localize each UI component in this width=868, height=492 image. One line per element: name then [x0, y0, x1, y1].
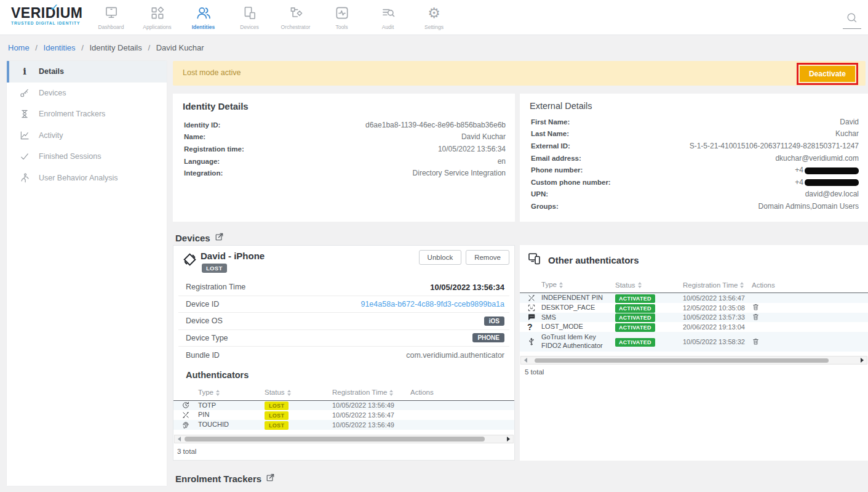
field-external-id: External ID: S-1-5-21-410015106-20637112… — [520, 140, 868, 152]
breadcrumb-home[interactable]: Home — [8, 43, 30, 52]
column-header-status[interactable]: Status — [265, 389, 332, 396]
device-field-device-id: Device ID 91e4a58a-b672-4c88-9fd3-cceb98… — [178, 296, 509, 313]
panel-title: Identity Details — [173, 94, 515, 111]
other-authenticators-card: Other authenticators Type Status Registr… — [520, 245, 868, 461]
table-row-sms: SMS ACTIVATED 10/05/2022 13:57:33 — [520, 313, 868, 323]
walking-person-icon — [18, 172, 31, 184]
logo-tagline: TRUSTED DIGITAL IDENTITY — [11, 21, 85, 25]
breadcrumb-separator: / — [35, 43, 38, 52]
sms-bubble-icon — [520, 313, 541, 321]
status-badge: ACTIVATED — [615, 313, 655, 322]
scrollbar-thumb[interactable] — [185, 437, 485, 442]
table-row-totp: TOTP LOST 10/05/2022 13:56:49 — [173, 401, 514, 411]
field-upn: UPN: david@dev.local — [520, 188, 868, 201]
scroll-left-arrow[interactable] — [178, 437, 181, 442]
remove-button[interactable]: Remove — [466, 250, 509, 265]
nav-item-applications[interactable]: Applications — [134, 4, 180, 30]
nav-item-identities[interactable]: Identities — [180, 4, 226, 30]
banner-message: Lost mode active — [183, 68, 241, 77]
totp-icon — [173, 401, 198, 409]
nav-item-tools[interactable]: Tools — [319, 4, 365, 30]
global-search[interactable] — [841, 11, 863, 29]
column-header-registration-time[interactable]: Registration Time — [332, 389, 410, 396]
sidebar-item-label: Details — [39, 67, 64, 76]
field-identity-id: Identity ID: d6ae1ba8-1139-46ec-8e96-b85… — [173, 119, 515, 131]
unblock-button[interactable]: Unblock — [419, 250, 462, 265]
breadcrumb-user-name: David Kuchar — [156, 43, 204, 52]
device-status-badge: LOST — [202, 264, 227, 273]
nav-item-orchestrator[interactable]: Orchestrator — [273, 4, 319, 30]
status-badge: LOST — [265, 401, 289, 410]
delete-icon[interactable] — [752, 313, 760, 322]
device-card: David - iPhone LOST Unblock Remove Regis… — [173, 245, 515, 461]
veridium-logo[interactable]: VERIDIUM ✓ TRUSTED DIGITAL IDENTITY — [11, 6, 85, 25]
breadcrumb-identity-details: Identity Details — [89, 43, 141, 52]
sidebar-item-details[interactable]: i Details — [7, 61, 167, 83]
veridium-device-icon — [181, 251, 198, 270]
sort-icon — [287, 390, 291, 396]
breadcrumb: Home / Identities / Identity Details / D… — [8, 43, 208, 52]
identity-details-panel: Identity Details Identity ID: d6ae1ba8-1… — [173, 94, 515, 222]
sidebar-item-label: Enrolment Trackers — [39, 110, 105, 118]
sidebar-item-label: Devices — [39, 89, 66, 97]
redacted-value — [805, 167, 859, 174]
top-navbar: VERIDIUM ✓ TRUSTED DIGITAL IDENTITY Dash… — [0, 0, 868, 35]
dashboard-icon — [103, 4, 119, 22]
scroll-right-arrow[interactable] — [861, 358, 864, 363]
devices-icon — [242, 4, 258, 22]
device-type-badge: PHONE — [472, 333, 504, 342]
table-row-independent-pin: INDEPENDENT PIN ACTIVATED 10/05/2022 13:… — [520, 293, 868, 303]
sort-icon — [389, 390, 393, 396]
nav-item-settings[interactable]: ⚙ Settings — [411, 4, 457, 30]
delete-icon[interactable] — [752, 303, 760, 312]
column-header-type[interactable]: Type — [541, 280, 615, 289]
sidebar-item-user-behavior-analysis[interactable]: User Behavior Analysis — [7, 167, 167, 189]
scroll-left-arrow[interactable] — [524, 358, 527, 363]
orchestrator-icon — [288, 4, 304, 22]
nav-item-audit[interactable]: Audit — [365, 4, 411, 30]
activity-chart-icon — [18, 129, 31, 142]
sidebar-item-finished-sessions[interactable]: Finished Sessions — [7, 146, 167, 167]
sidebar-item-devices[interactable]: Devices — [7, 83, 167, 104]
device-field-registration-time: Registration Time 10/05/2022 13:56:34 — [178, 279, 509, 296]
logo-wordmark: VERIDIUM — [11, 6, 85, 20]
applications-icon — [149, 4, 165, 22]
info-icon: i — [18, 65, 31, 78]
nav-item-devices[interactable]: Devices — [226, 4, 273, 30]
device-os-badge: iOS — [484, 317, 504, 326]
field-language: Language: en — [173, 155, 515, 167]
scrollbar-thumb[interactable] — [535, 358, 829, 363]
column-header-type[interactable]: Type — [198, 388, 265, 397]
status-badge: ACTIVATED — [615, 338, 655, 347]
column-header-status[interactable]: Status — [615, 281, 683, 289]
breadcrumb-identities[interactable]: Identities — [44, 43, 76, 52]
status-badge: ACTIVATED — [615, 323, 655, 332]
nav-item-dashboard[interactable]: Dashboard — [88, 4, 134, 30]
column-header-actions: Actions — [410, 389, 514, 396]
check-icon — [18, 150, 31, 163]
nav-label: Settings — [424, 24, 444, 30]
external-link-icon[interactable] — [215, 232, 224, 243]
tools-icon — [334, 4, 350, 22]
nav-label: Devices — [240, 24, 259, 30]
delete-icon[interactable] — [752, 337, 760, 347]
sidebar-item-activity[interactable]: Activity — [7, 125, 167, 147]
nav-label: Identities — [192, 24, 215, 30]
external-link-icon[interactable] — [266, 473, 275, 484]
horizontal-scrollbar — [174, 435, 514, 443]
section-title: Devices — [175, 233, 210, 243]
pin-icon — [173, 411, 198, 419]
device-id-link[interactable]: 91e4a58a-b672-4c88-9fd3-cceb9899ba1a — [360, 300, 504, 309]
nav-label: Dashboard — [98, 24, 124, 30]
pin-icon — [520, 294, 541, 302]
identity-details-page: VERIDIUM ✓ TRUSTED DIGITAL IDENTITY Dash… — [0, 0, 868, 492]
annotation-highlight-box: Deactivate — [797, 63, 858, 85]
device-name: David - iPhone — [201, 251, 265, 261]
authenticators-table: Type Status Registration Time Actions TO… — [173, 385, 514, 430]
other-authenticators-table: Type Status Registration Time Actions IN… — [520, 277, 868, 352]
deactivate-button[interactable]: Deactivate — [800, 66, 855, 82]
sidebar-item-enrolment-trackers[interactable]: Enrolment Trackers — [7, 103, 167, 125]
sort-icon — [638, 282, 642, 288]
scroll-right-arrow[interactable] — [507, 437, 510, 442]
column-header-registration-time[interactable]: Registration Time — [683, 281, 752, 289]
